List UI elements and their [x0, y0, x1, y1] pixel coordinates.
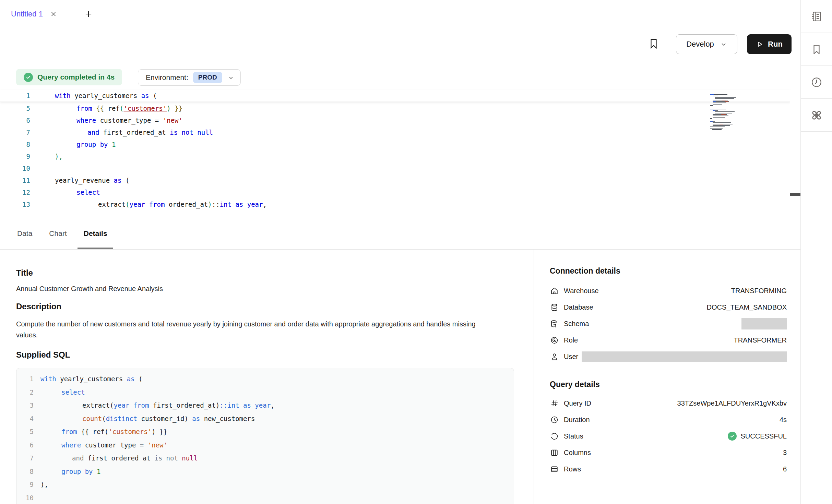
row-label: Schema	[564, 320, 589, 328]
status-row: Query completed in 4s Environment: PROD	[0, 61, 800, 90]
tab-data[interactable]: Data	[17, 217, 32, 249]
sql-line: 2 select	[16, 386, 514, 399]
editor-lines: 5 from {{ ref('customers') }} 6 where cu…	[0, 102, 790, 210]
environment-select[interactable]: Environment: PROD	[138, 69, 241, 86]
tab-chart-label: Chart	[49, 229, 67, 238]
line-number: 9	[0, 153, 36, 160]
code-text: and first_ordered_at is not null	[40, 454, 198, 462]
chevron-down-icon	[720, 41, 727, 48]
line-number: 9	[16, 481, 34, 488]
row-value: TRANSFORMER	[734, 336, 787, 344]
query-row-duration: Duration 4s	[550, 411, 787, 428]
query-status-text: Query completed in 4s	[37, 73, 115, 81]
line-number: 1	[16, 375, 34, 383]
editor-line[interactable]: 13 extract(year from ordered_at)::int as…	[0, 198, 790, 210]
sidebar-item-catalog[interactable]	[801, 0, 832, 33]
code-text: where customer_type = 'new'	[36, 117, 182, 124]
tab-details[interactable]: Details	[84, 217, 107, 249]
new-tab-button[interactable]	[80, 0, 97, 28]
environment-value-pill: PROD	[193, 72, 222, 83]
editor-scrollbar[interactable]	[790, 90, 800, 217]
description-heading: Description	[16, 302, 61, 311]
sql-line: 6 where customer_type = 'new'	[16, 439, 514, 452]
row-label: Columns	[564, 449, 591, 457]
check-circle-icon	[728, 432, 737, 441]
play-icon	[756, 40, 763, 48]
tab-chart[interactable]: Chart	[49, 217, 67, 249]
tab-untitled-1[interactable]: Untitled 1	[0, 0, 76, 28]
role-icon	[550, 336, 559, 345]
code-text: select	[36, 189, 100, 196]
editor-line[interactable]: 6 where customer_type = 'new'	[0, 114, 790, 126]
line-number: 1	[0, 92, 36, 99]
columns-icon	[550, 448, 559, 457]
run-button[interactable]: Run	[747, 34, 792, 54]
supplied-sql-block[interactable]: 1 with yearly_customers as ( 2 select 3 …	[16, 368, 514, 504]
row-value: DOCS_TEAM_SANDBOX	[707, 303, 787, 311]
code-text: and first_ordered_at is not null	[36, 129, 213, 136]
code-text: with yearly_customers as (	[36, 92, 157, 99]
editor-sticky-line[interactable]: 1 with yearly_customers as (	[0, 90, 790, 102]
editor-line[interactable]: 11 yearly_revenue as (	[0, 174, 790, 186]
close-icon[interactable]	[50, 10, 57, 18]
scrollbar-thumb[interactable]	[790, 193, 800, 196]
title-value: Annual Customer Growth and Revenue Analy…	[16, 285, 163, 293]
sql-line: 3 extract(year from first_ordered_at)::i…	[16, 399, 514, 412]
sql-editor[interactable]: 1 with yearly_customers as ( 5 from {{ r…	[0, 90, 800, 218]
row-value: 33TZseWpe1ALFDUYerxR1gVKxbv	[677, 399, 787, 407]
line-number: 13	[0, 201, 36, 208]
line-number: 4	[16, 415, 34, 422]
editor-line[interactable]: 8 group by 1	[0, 138, 790, 150]
connection-row-role: Role TRANSFORMER	[550, 332, 787, 348]
status-text: SUCCESSFUL	[741, 432, 787, 440]
results-tab-bar: Data Chart Details	[0, 217, 800, 250]
notebook-icon	[810, 10, 823, 23]
develop-label: Develop	[686, 40, 714, 49]
editor-line[interactable]: 9 ),	[0, 150, 790, 162]
sql-line: 5 from {{ ref('customers') }}	[16, 425, 514, 439]
tab-data-label: Data	[17, 229, 32, 238]
main-column: Untitled 1 Develop	[0, 0, 800, 504]
query-row-status: Status SUCCESSFUL	[550, 428, 787, 444]
editor-line[interactable]: 10	[0, 162, 790, 174]
line-number: 8	[0, 141, 36, 148]
code-text: extract(year from ordered_at)::int as ye…	[36, 201, 267, 208]
row-value: 4s	[780, 416, 787, 424]
run-label: Run	[768, 40, 783, 49]
line-number: 6	[0, 117, 36, 124]
user-icon	[550, 352, 559, 361]
row-label: Role	[564, 336, 578, 344]
editor-minimap[interactable]	[709, 94, 749, 131]
code-text: where customer_type = 'new'	[40, 441, 167, 449]
semantic-layer-icon	[810, 109, 823, 122]
spinner-icon	[550, 432, 559, 441]
editor-line[interactable]: 12 select	[0, 186, 790, 198]
row-label: Database	[564, 303, 593, 311]
sidebar-item-history[interactable]	[801, 66, 832, 99]
row-label: User	[564, 353, 578, 361]
toolbar: Develop Run	[0, 28, 800, 61]
connection-row-schema: Schema	[550, 315, 787, 332]
query-details-heading: Query details	[550, 380, 600, 389]
develop-dropdown-button[interactable]: Develop	[676, 34, 737, 54]
editor-line[interactable]: 7 and first_ordered_at is not null	[0, 126, 790, 138]
sql-line: 9 ),	[16, 478, 514, 491]
details-panel: Title Annual Customer Growth and Revenue…	[0, 250, 800, 504]
supplied-sql-heading: Supplied SQL	[16, 350, 70, 360]
code-text: from {{ ref('customers') }}	[40, 428, 167, 435]
redacted-value	[741, 318, 787, 329]
row-label: Duration	[564, 416, 590, 424]
connection-row-database: Database DOCS_TEAM_SANDBOX	[550, 299, 787, 315]
sidebar-item-bookmarks[interactable]	[801, 33, 832, 66]
editor-line[interactable]: 5 from {{ ref('customers') }}	[0, 102, 790, 114]
code-text: yearly_revenue as (	[36, 177, 129, 184]
bookmark-button[interactable]	[647, 37, 660, 50]
line-number: 7	[0, 129, 36, 136]
line-number: 10	[16, 494, 34, 502]
row-label: Warehouse	[564, 287, 599, 295]
line-number: 12	[0, 189, 36, 196]
code-text: from {{ ref('customers') }}	[36, 105, 182, 112]
sidebar-item-semantic-layer[interactable]	[801, 99, 832, 132]
plus-icon	[84, 10, 93, 19]
check-circle-icon	[24, 73, 33, 82]
